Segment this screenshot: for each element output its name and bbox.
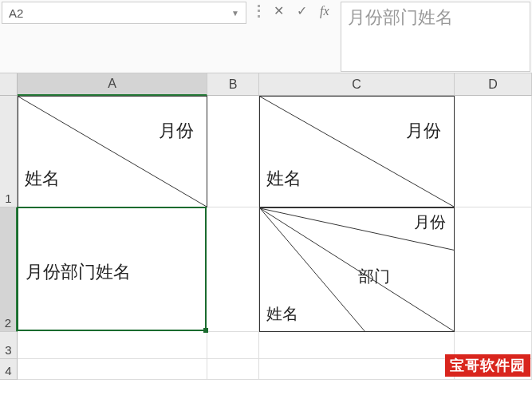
name-box[interactable]: A2 ▼ bbox=[2, 2, 246, 24]
cell-B4[interactable] bbox=[207, 359, 259, 380]
diagonal-header-a1[interactable]: 月份 姓名 bbox=[18, 96, 207, 207]
c1-bottom-label: 姓名 bbox=[266, 167, 301, 191]
cells-area[interactable]: 月份 姓名月份部门姓名 月份 姓名 月份 部门 姓名 bbox=[18, 96, 532, 380]
cell-D2[interactable] bbox=[455, 207, 532, 332]
fx-icon[interactable]: fx bbox=[320, 4, 329, 18]
row-header-3[interactable]: 3 bbox=[0, 332, 18, 359]
a1-bottom-label: 姓名 bbox=[25, 167, 60, 191]
row-headers: 1234 bbox=[0, 96, 18, 380]
formula-bar-buttons: ✕ ✓ fx bbox=[248, 0, 339, 18]
separator-icon bbox=[258, 5, 261, 18]
name-box-value: A2 bbox=[9, 6, 23, 20]
cell-D1[interactable] bbox=[455, 96, 532, 207]
formula-input[interactable]: 月份部门姓名 bbox=[341, 2, 530, 72]
cell-C4[interactable] bbox=[259, 359, 455, 380]
cell-C3[interactable] bbox=[259, 332, 455, 359]
triple-diagonal-header-c2[interactable]: 月份 部门 姓名 bbox=[259, 207, 455, 332]
cell-B3[interactable] bbox=[207, 332, 259, 359]
watermark-badge: 宝哥软件园 bbox=[445, 354, 530, 377]
row-header-4[interactable]: 4 bbox=[0, 359, 18, 380]
column-header-D[interactable]: D bbox=[455, 73, 532, 96]
column-header-B[interactable]: B bbox=[207, 73, 259, 96]
row-header-2[interactable]: 2 bbox=[0, 207, 18, 332]
a2-text: 月份部门姓名 bbox=[26, 260, 131, 284]
row-header-1[interactable]: 1 bbox=[0, 96, 18, 207]
cell-B2[interactable] bbox=[207, 207, 259, 332]
column-headers: ABCD bbox=[18, 73, 532, 96]
cell-content-a2[interactable]: 月份部门姓名 bbox=[18, 207, 207, 332]
select-all-corner[interactable] bbox=[0, 73, 18, 96]
c2-mid-label: 部门 bbox=[358, 266, 390, 287]
spreadsheet-grid: 1234 ABCD 月份 姓名月份部门姓名 月份 姓名 月份 部门 姓名 bbox=[0, 73, 532, 380]
cell-A3[interactable] bbox=[18, 332, 207, 359]
c2-top-label: 月份 bbox=[414, 211, 446, 233]
diagonal-header-c1[interactable]: 月份 姓名 bbox=[259, 96, 455, 207]
column-header-A[interactable]: A bbox=[18, 73, 207, 96]
cell-B1[interactable] bbox=[207, 96, 259, 207]
c1-top-label: 月份 bbox=[406, 119, 441, 143]
name-box-dropdown-icon[interactable]: ▼ bbox=[231, 9, 239, 18]
c2-bottom-label: 姓名 bbox=[266, 303, 298, 325]
cancel-icon[interactable]: ✕ bbox=[274, 3, 284, 18]
enter-icon[interactable]: ✓ bbox=[297, 3, 307, 18]
cell-A4[interactable] bbox=[18, 359, 207, 380]
a1-top-label: 月份 bbox=[159, 119, 194, 143]
formula-bar: A2 ▼ ✕ ✓ fx 月份部门姓名 bbox=[0, 0, 532, 73]
column-header-C[interactable]: C bbox=[259, 73, 455, 96]
